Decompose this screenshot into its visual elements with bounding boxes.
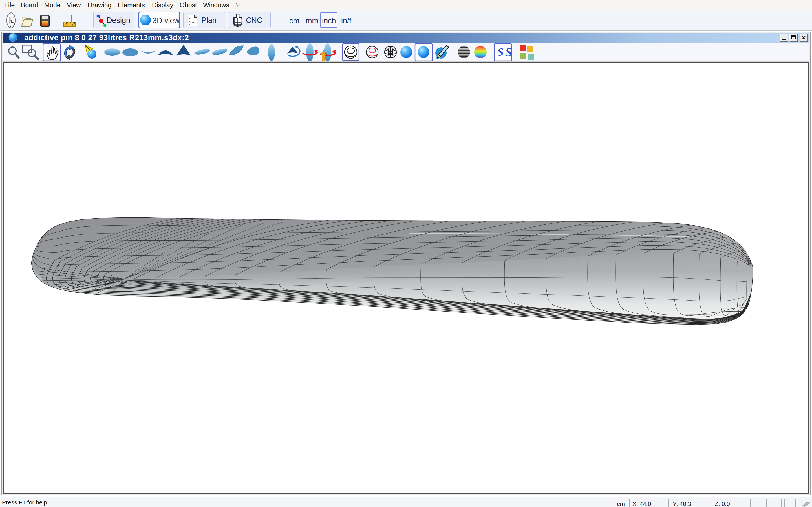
svg-text:S: S <box>505 45 512 59</box>
svg-text:1: 1 <box>66 24 67 26</box>
svg-text:S: S <box>497 46 504 58</box>
svg-text:0: 0 <box>71 24 73 26</box>
